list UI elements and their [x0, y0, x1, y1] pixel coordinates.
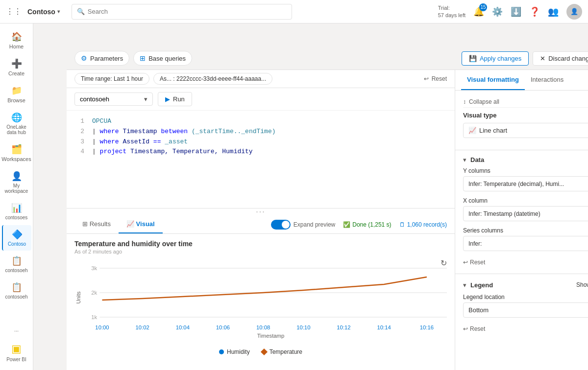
- download-icon[interactable]: ⬇️: [511, 6, 521, 17]
- drag-handle[interactable]: ···: [67, 208, 455, 215]
- query-controls: contosoeh ▾ ▶ Run: [67, 88, 455, 111]
- legend-humidity: Humidity: [219, 348, 250, 355]
- legend-reset-button[interactable]: ↩ Reset: [463, 324, 485, 334]
- svg-text:10:02: 10:02: [136, 324, 149, 330]
- discard-changes-button[interactable]: ✕ Discard changes: [533, 51, 588, 66]
- reset-label[interactable]: Reset: [432, 75, 447, 82]
- tab-results[interactable]: ⊞ Results: [74, 215, 119, 233]
- trial-badge: Trial: 57 days left: [438, 4, 466, 19]
- search-input[interactable]: [88, 8, 287, 15]
- legend-section: ▾ Legend Show Legend location Bottom ▾: [455, 274, 588, 340]
- sidebar-item-workspaces[interactable]: 🗂️ Workspaces: [2, 140, 31, 166]
- asset-filter[interactable]: As... : 2222cccc-33dd-eeee-ff44-aaaaa...: [153, 73, 272, 85]
- avatar[interactable]: 👤: [566, 4, 582, 20]
- base-queries-icon: ⊞: [140, 54, 146, 62]
- x-column-label: X column: [463, 197, 588, 204]
- svg-text:10:00: 10:00: [95, 324, 109, 330]
- legend-location-dropdown[interactable]: Bottom ▾: [463, 302, 588, 318]
- reset-icon: ↩: [424, 75, 429, 82]
- svg-text:Timestamp: Timestamp: [257, 333, 284, 339]
- svg-text:Units: Units: [75, 291, 81, 303]
- series-columns-dropdown[interactable]: Infer: ▾: [463, 236, 588, 251]
- avatar-icon: 👤: [570, 8, 578, 15]
- base-queries-tab[interactable]: ⊞ Base queries: [133, 51, 192, 66]
- grid-icon[interactable]: ⋮⋮: [6, 7, 22, 16]
- sidebar-item-home[interactable]: 🏠 Home: [2, 27, 31, 53]
- sidebar-item-contoso[interactable]: 🔷 Contoso: [2, 225, 31, 251]
- sidebar-item-onelake[interactable]: 🌐 OneLake data hub: [2, 108, 31, 139]
- contosoes-icon: 📊: [11, 203, 22, 213]
- sidebar-item-powerbi[interactable]: ▣ Power BI: [2, 339, 31, 366]
- temperature-diamond: [261, 348, 268, 355]
- sidebar-item-browse[interactable]: 📁 Browse: [2, 81, 31, 107]
- tab-visual[interactable]: 📈 Visual: [119, 215, 163, 233]
- legend-section-header: ▾ Legend Show: [463, 274, 588, 294]
- code-line-1: 1 OPCUA: [74, 116, 447, 127]
- time-range-filter[interactable]: Time range: Last 1 hour: [74, 73, 149, 85]
- collapse-all-button[interactable]: ↕ Collapse all: [463, 96, 588, 108]
- line-chart: 3k 2k 1k Units 10:00 10:02 10:04 10:06 1…: [74, 258, 447, 342]
- brand[interactable]: Contoso ▾: [27, 8, 60, 16]
- chart-legend: Humidity Temperature: [74, 348, 447, 355]
- parameters-tab[interactable]: ⚙ Parameters: [74, 51, 129, 66]
- svg-text:10:10: 10:10: [296, 324, 310, 330]
- y-columns-label: Y columns: [463, 167, 588, 174]
- db-chevron: ▾: [144, 95, 147, 103]
- y-columns-dropdown[interactable]: Infer: Temperature (decimal), Humi... ▾: [463, 176, 588, 191]
- notification-bell[interactable]: 🔔 15: [473, 6, 484, 17]
- collapse-legend-icon[interactable]: ▾: [463, 281, 466, 289]
- search-box[interactable]: 🔍: [72, 4, 292, 20]
- settings-icon[interactable]: ⚙️: [492, 6, 503, 17]
- sidebar-item-contoso3[interactable]: 📋 contosoeh: [2, 278, 31, 303]
- expand-toggle[interactable]: [271, 220, 291, 230]
- contoso-icon: 🔷: [12, 229, 23, 240]
- collapse-icon: ↕: [463, 98, 466, 105]
- legend-temperature: Temperature: [262, 348, 302, 355]
- powerbi-icon: ▣: [11, 343, 22, 355]
- sidebar-item-myworkspace[interactable]: 👤 My workspace: [2, 167, 31, 198]
- run-button[interactable]: ▶ Run: [158, 92, 192, 106]
- search-icon: 🔍: [77, 8, 85, 15]
- database-selector[interactable]: contosoeh ▾: [74, 92, 153, 106]
- sidebar-item-contoso2[interactable]: 📋 contosoeh: [2, 252, 31, 277]
- svg-text:1k: 1k: [91, 314, 97, 320]
- filter-bar: Time range: Last 1 hour As... : 2222cccc…: [67, 70, 455, 88]
- expand-preview-toggle[interactable]: Expand preview: [271, 220, 335, 230]
- create-icon: ➕: [11, 58, 22, 69]
- visual-type-dropdown[interactable]: 📈 Line chart ▾: [463, 123, 588, 138]
- sidebar-item-more[interactable]: ···: [2, 324, 31, 338]
- help-icon[interactable]: ❓: [529, 6, 540, 17]
- collapse-data-icon: ▾: [463, 156, 466, 163]
- y-columns-group: Y columns Infer: Temperature (decimal), …: [463, 167, 588, 191]
- code-line-3: 3 | where AssetId == _asset: [74, 137, 447, 147]
- code-editor[interactable]: 1 OPCUA 2 | where Timestamp between (_st…: [67, 111, 455, 208]
- sidebar-item-contosoes[interactable]: 📊 contosoes: [2, 199, 31, 224]
- humidity-dot: [219, 349, 224, 354]
- tab-interactions[interactable]: Interactions: [525, 70, 569, 90]
- sidebar-item-create[interactable]: ➕ Create: [2, 54, 31, 80]
- chart-subtitle: As of 2 minutes ago: [74, 249, 447, 254]
- discard-icon: ✕: [540, 55, 545, 62]
- status-records: 🗒 1,060 record(s): [399, 221, 447, 228]
- svg-text:10:04: 10:04: [176, 324, 190, 330]
- notif-count: 15: [479, 3, 487, 11]
- share-icon[interactable]: 👥: [548, 6, 559, 17]
- data-reset-button[interactable]: ↩ Reset: [463, 257, 485, 268]
- filter-right: ↩ Reset: [424, 75, 447, 82]
- x-column-dropdown[interactable]: Infer: Timestamp (datetime) ▾: [463, 206, 588, 221]
- browse-icon: 📁: [11, 85, 22, 96]
- results-tabs: ⊞ Results 📈 Visual Expand preview ✅ Done…: [67, 215, 455, 234]
- right-panel: Visual formatting Interactions » ↕ Colla…: [455, 70, 588, 370]
- apply-changes-button[interactable]: 💾 Apply changes: [462, 51, 529, 66]
- series-columns-label: Series columns: [463, 227, 588, 234]
- parameters-label: Parameters: [90, 55, 123, 62]
- run-icon: ▶: [165, 95, 170, 103]
- line-chart-icon: 📈: [468, 127, 476, 134]
- left-nav: 🏠 Home ➕ Create 📁 Browse 🌐 OneLake data …: [0, 23, 33, 370]
- tab-visual-formatting[interactable]: Visual formatting: [461, 70, 525, 90]
- top-bar: ⋮⋮ Contoso ▾ 🔍 Trial: 57 days left 🔔 15 …: [0, 0, 588, 23]
- legend-toggle-wrap: Show: [576, 280, 588, 290]
- chart-container: ↻ 3k 2k 1k Units 10:00 10:: [74, 258, 447, 347]
- chart-refresh-button[interactable]: ↻: [441, 258, 447, 268]
- data-section-header[interactable]: ▾ Data: [463, 150, 588, 167]
